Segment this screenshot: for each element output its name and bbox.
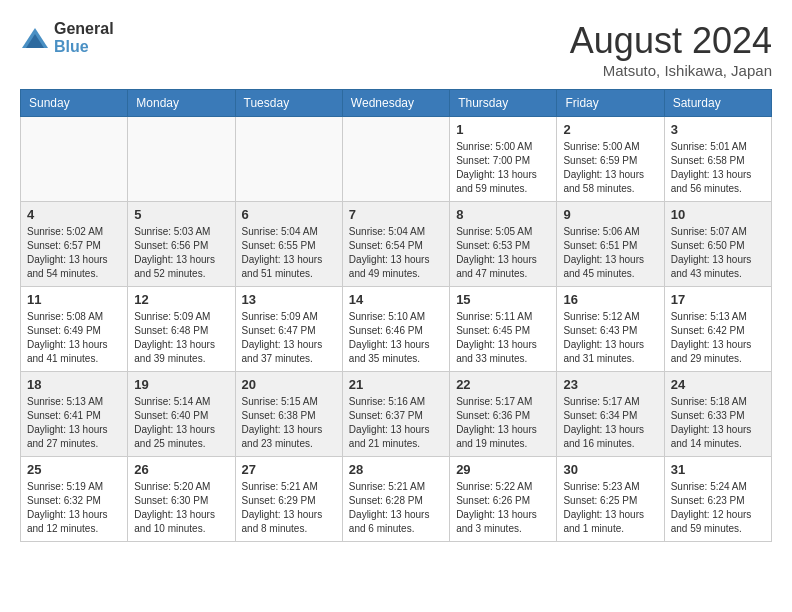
day-info: Sunrise: 5:00 AM Sunset: 6:59 PM Dayligh… — [563, 140, 657, 196]
header-saturday: Saturday — [664, 90, 771, 117]
day-number: 6 — [242, 207, 336, 222]
week-row-4: 18Sunrise: 5:13 AM Sunset: 6:41 PM Dayli… — [21, 372, 772, 457]
day-info: Sunrise: 5:20 AM Sunset: 6:30 PM Dayligh… — [134, 480, 228, 536]
day-cell: 9Sunrise: 5:06 AM Sunset: 6:51 PM Daylig… — [557, 202, 664, 287]
day-number: 24 — [671, 377, 765, 392]
day-info: Sunrise: 5:10 AM Sunset: 6:46 PM Dayligh… — [349, 310, 443, 366]
title-area: August 2024 Matsuto, Ishikawa, Japan — [570, 20, 772, 79]
location: Matsuto, Ishikawa, Japan — [570, 62, 772, 79]
day-number: 31 — [671, 462, 765, 477]
header: General Blue August 2024 Matsuto, Ishika… — [20, 20, 772, 79]
day-info: Sunrise: 5:21 AM Sunset: 6:28 PM Dayligh… — [349, 480, 443, 536]
day-info: Sunrise: 5:15 AM Sunset: 6:38 PM Dayligh… — [242, 395, 336, 451]
day-number: 4 — [27, 207, 121, 222]
day-cell: 1Sunrise: 5:00 AM Sunset: 7:00 PM Daylig… — [450, 117, 557, 202]
day-info: Sunrise: 5:09 AM Sunset: 6:48 PM Dayligh… — [134, 310, 228, 366]
day-number: 28 — [349, 462, 443, 477]
day-cell: 14Sunrise: 5:10 AM Sunset: 6:46 PM Dayli… — [342, 287, 449, 372]
day-info: Sunrise: 5:19 AM Sunset: 6:32 PM Dayligh… — [27, 480, 121, 536]
day-cell: 17Sunrise: 5:13 AM Sunset: 6:42 PM Dayli… — [664, 287, 771, 372]
day-cell: 5Sunrise: 5:03 AM Sunset: 6:56 PM Daylig… — [128, 202, 235, 287]
logo: General Blue — [20, 20, 114, 56]
day-info: Sunrise: 5:17 AM Sunset: 6:34 PM Dayligh… — [563, 395, 657, 451]
day-info: Sunrise: 5:09 AM Sunset: 6:47 PM Dayligh… — [242, 310, 336, 366]
day-cell: 31Sunrise: 5:24 AM Sunset: 6:23 PM Dayli… — [664, 457, 771, 542]
day-number: 29 — [456, 462, 550, 477]
day-cell: 29Sunrise: 5:22 AM Sunset: 6:26 PM Dayli… — [450, 457, 557, 542]
header-thursday: Thursday — [450, 90, 557, 117]
day-cell: 15Sunrise: 5:11 AM Sunset: 6:45 PM Dayli… — [450, 287, 557, 372]
day-number: 7 — [349, 207, 443, 222]
day-cell: 24Sunrise: 5:18 AM Sunset: 6:33 PM Dayli… — [664, 372, 771, 457]
logo-text-general: General — [54, 20, 114, 37]
day-info: Sunrise: 5:22 AM Sunset: 6:26 PM Dayligh… — [456, 480, 550, 536]
day-cell: 11Sunrise: 5:08 AM Sunset: 6:49 PM Dayli… — [21, 287, 128, 372]
day-info: Sunrise: 5:13 AM Sunset: 6:41 PM Dayligh… — [27, 395, 121, 451]
day-number: 12 — [134, 292, 228, 307]
header-tuesday: Tuesday — [235, 90, 342, 117]
day-info: Sunrise: 5:02 AM Sunset: 6:57 PM Dayligh… — [27, 225, 121, 281]
day-info: Sunrise: 5:00 AM Sunset: 7:00 PM Dayligh… — [456, 140, 550, 196]
day-cell: 7Sunrise: 5:04 AM Sunset: 6:54 PM Daylig… — [342, 202, 449, 287]
day-number: 3 — [671, 122, 765, 137]
day-info: Sunrise: 5:11 AM Sunset: 6:45 PM Dayligh… — [456, 310, 550, 366]
day-cell: 8Sunrise: 5:05 AM Sunset: 6:53 PM Daylig… — [450, 202, 557, 287]
header-sunday: Sunday — [21, 90, 128, 117]
day-cell: 26Sunrise: 5:20 AM Sunset: 6:30 PM Dayli… — [128, 457, 235, 542]
day-number: 17 — [671, 292, 765, 307]
day-number: 27 — [242, 462, 336, 477]
month-year: August 2024 — [570, 20, 772, 62]
calendar: Sunday Monday Tuesday Wednesday Thursday… — [20, 89, 772, 542]
day-cell: 18Sunrise: 5:13 AM Sunset: 6:41 PM Dayli… — [21, 372, 128, 457]
day-cell: 23Sunrise: 5:17 AM Sunset: 6:34 PM Dayli… — [557, 372, 664, 457]
day-number: 5 — [134, 207, 228, 222]
day-cell: 12Sunrise: 5:09 AM Sunset: 6:48 PM Dayli… — [128, 287, 235, 372]
day-number: 15 — [456, 292, 550, 307]
day-number: 10 — [671, 207, 765, 222]
day-cell: 3Sunrise: 5:01 AM Sunset: 6:58 PM Daylig… — [664, 117, 771, 202]
day-number: 20 — [242, 377, 336, 392]
day-info: Sunrise: 5:16 AM Sunset: 6:37 PM Dayligh… — [349, 395, 443, 451]
day-cell: 6Sunrise: 5:04 AM Sunset: 6:55 PM Daylig… — [235, 202, 342, 287]
day-cell: 10Sunrise: 5:07 AM Sunset: 6:50 PM Dayli… — [664, 202, 771, 287]
day-number: 14 — [349, 292, 443, 307]
day-number: 11 — [27, 292, 121, 307]
day-info: Sunrise: 5:18 AM Sunset: 6:33 PM Dayligh… — [671, 395, 765, 451]
day-number: 16 — [563, 292, 657, 307]
logo-icon — [20, 26, 50, 50]
day-number: 25 — [27, 462, 121, 477]
day-info: Sunrise: 5:05 AM Sunset: 6:53 PM Dayligh… — [456, 225, 550, 281]
day-cell — [235, 117, 342, 202]
day-info: Sunrise: 5:06 AM Sunset: 6:51 PM Dayligh… — [563, 225, 657, 281]
day-number: 13 — [242, 292, 336, 307]
day-info: Sunrise: 5:14 AM Sunset: 6:40 PM Dayligh… — [134, 395, 228, 451]
week-row-3: 11Sunrise: 5:08 AM Sunset: 6:49 PM Dayli… — [21, 287, 772, 372]
day-number: 2 — [563, 122, 657, 137]
day-number: 8 — [456, 207, 550, 222]
day-info: Sunrise: 5:07 AM Sunset: 6:50 PM Dayligh… — [671, 225, 765, 281]
day-cell: 13Sunrise: 5:09 AM Sunset: 6:47 PM Dayli… — [235, 287, 342, 372]
day-cell — [342, 117, 449, 202]
day-cell: 21Sunrise: 5:16 AM Sunset: 6:37 PM Dayli… — [342, 372, 449, 457]
day-cell: 22Sunrise: 5:17 AM Sunset: 6:36 PM Dayli… — [450, 372, 557, 457]
logo-text-blue: Blue — [54, 38, 89, 55]
day-number: 26 — [134, 462, 228, 477]
day-cell: 19Sunrise: 5:14 AM Sunset: 6:40 PM Dayli… — [128, 372, 235, 457]
header-monday: Monday — [128, 90, 235, 117]
day-cell: 28Sunrise: 5:21 AM Sunset: 6:28 PM Dayli… — [342, 457, 449, 542]
day-info: Sunrise: 5:03 AM Sunset: 6:56 PM Dayligh… — [134, 225, 228, 281]
day-number: 1 — [456, 122, 550, 137]
day-cell: 4Sunrise: 5:02 AM Sunset: 6:57 PM Daylig… — [21, 202, 128, 287]
day-info: Sunrise: 5:23 AM Sunset: 6:25 PM Dayligh… — [563, 480, 657, 536]
day-number: 9 — [563, 207, 657, 222]
week-row-5: 25Sunrise: 5:19 AM Sunset: 6:32 PM Dayli… — [21, 457, 772, 542]
day-cell — [21, 117, 128, 202]
day-cell: 30Sunrise: 5:23 AM Sunset: 6:25 PM Dayli… — [557, 457, 664, 542]
day-cell: 25Sunrise: 5:19 AM Sunset: 6:32 PM Dayli… — [21, 457, 128, 542]
day-cell: 27Sunrise: 5:21 AM Sunset: 6:29 PM Dayli… — [235, 457, 342, 542]
week-row-1: 1Sunrise: 5:00 AM Sunset: 7:00 PM Daylig… — [21, 117, 772, 202]
day-info: Sunrise: 5:08 AM Sunset: 6:49 PM Dayligh… — [27, 310, 121, 366]
day-info: Sunrise: 5:01 AM Sunset: 6:58 PM Dayligh… — [671, 140, 765, 196]
day-info: Sunrise: 5:21 AM Sunset: 6:29 PM Dayligh… — [242, 480, 336, 536]
day-number: 19 — [134, 377, 228, 392]
